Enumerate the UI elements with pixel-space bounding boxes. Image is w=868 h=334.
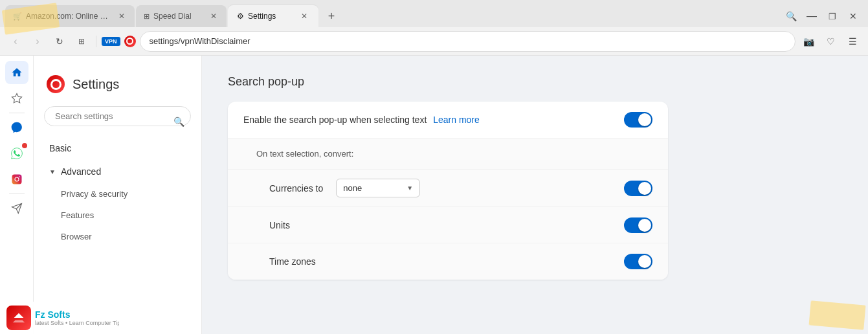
app-body: Settings 🔍 Basic ▼ Advanced Privacy & se… — [0, 56, 868, 334]
enable-search-label: Enable the search pop-up when selecting … — [243, 115, 616, 125]
menu-icon[interactable]: ☰ — [843, 32, 862, 50]
speed-dial-tab-close[interactable]: ✕ — [208, 11, 219, 21]
settings-row-currencies: Currencies to none ▼ — [228, 170, 668, 207]
opera-browser-icon — [124, 36, 136, 47]
settings-row-on-text-selection: On text selection, convert: — [228, 139, 668, 170]
tab-grid-btn[interactable]: ⊞ — [72, 32, 91, 50]
new-tab-button[interactable]: + — [322, 7, 340, 25]
learn-more-link[interactable]: Learn more — [433, 115, 480, 125]
sidebar-nav-browser[interactable]: Browser — [34, 226, 201, 247]
toggle-timezones[interactable] — [624, 254, 652, 269]
sidebar-divider-1 — [9, 113, 25, 113]
speed-dial-favicon: ⊞ — [144, 12, 150, 21]
sidebar-nav-privacy[interactable]: Privacy & security — [34, 183, 201, 205]
toggle-units[interactable] — [624, 217, 652, 233]
whatsapp-badge — [22, 143, 27, 148]
settings-row-enable-search: Enable the search pop-up when selecting … — [228, 102, 668, 139]
reload-btn[interactable]: ↻ — [50, 32, 69, 50]
settings-row-units: Units — [228, 207, 668, 243]
currencies-dropdown[interactable]: none ▼ — [336, 179, 420, 197]
sidebar-icon-whatsapp[interactable] — [5, 142, 28, 165]
tab-bar: 🛒 Amazon.com: Online Shop... ✕ ⊞ Speed D… — [0, 0, 868, 27]
settings-header: Settings — [34, 69, 201, 106]
window-minimize-btn[interactable]: — — [802, 6, 821, 26]
address-bar[interactable]: settings/vpnWithDisclaimer — [140, 31, 796, 52]
settings-row-timezones: Time zones — [228, 243, 668, 280]
settings-sidebar: Settings 🔍 Basic ▼ Advanced Privacy & se… — [34, 56, 202, 334]
camera-icon[interactable]: 📷 — [799, 32, 818, 50]
nav-bar: ‹ › ↻ ⊞ VPN settings/vpnWithDisclaimer 📷… — [0, 27, 868, 56]
vpn-badge[interactable]: VPN — [102, 37, 120, 46]
speed-dial-tab-label: Speed Dial — [153, 12, 205, 21]
sidebar-nav-features[interactable]: Features — [34, 205, 201, 226]
tape-bottom-right — [809, 300, 866, 329]
currencies-dropdown-value: none — [343, 183, 362, 193]
browser-chrome: 🛒 Amazon.com: Online Shop... ✕ ⊞ Speed D… — [0, 0, 868, 56]
sidebar-icon-send[interactable] — [5, 197, 28, 220]
watermark-sub: latest Softs • Learn Computer Tips — [35, 320, 119, 326]
opera-logo — [47, 75, 65, 93]
nav-divider — [96, 36, 96, 47]
sidebar-icon-home[interactable] — [5, 61, 28, 84]
sidebar-nav-basic[interactable]: Basic — [34, 137, 201, 160]
sidebar-divider-2 — [9, 194, 25, 194]
chevron-down-icon: ▼ — [49, 168, 56, 175]
timezones-label: Time zones — [269, 256, 616, 267]
sidebar-nav-advanced[interactable]: ▼ Advanced — [34, 160, 201, 183]
toggle-currencies[interactable] — [624, 181, 652, 196]
address-text: settings/vpnWithDisclaimer — [150, 36, 786, 46]
search-settings-wrap: 🔍 — [34, 106, 201, 137]
watermark-brand: Fz Softs — [35, 309, 119, 320]
settings-content: Search pop-up Enable the search pop-up w… — [202, 56, 868, 334]
settings-tab-label: Settings — [248, 12, 295, 21]
sidebar-icon-bookmarks[interactable] — [5, 87, 28, 110]
svg-point-2 — [19, 176, 20, 177]
settings-favicon: ⚙ — [237, 12, 244, 21]
watermark-text-wrap: Fz Softs latest Softs • Learn Computer T… — [35, 309, 119, 326]
toggle-enable-search[interactable] — [624, 112, 652, 128]
amazon-tab-close[interactable]: ✕ — [117, 11, 127, 21]
sidebar-icon-instagram[interactable] — [5, 168, 28, 191]
window-maximize-btn[interactable]: ❐ — [823, 6, 842, 26]
currencies-dropdown-arrow: ▼ — [406, 184, 413, 192]
watermark: Fz Softs latest Softs • Learn Computer T… — [0, 302, 126, 334]
window-search-btn[interactable]: 🔍 — [781, 6, 801, 26]
settings-card: Enable the search pop-up when selecting … — [228, 102, 668, 280]
units-label: Units — [269, 220, 616, 230]
forward-btn[interactable]: › — [28, 32, 47, 50]
watermark-logo — [6, 306, 31, 330]
search-settings-icon: 🔍 — [173, 117, 184, 127]
search-settings-input[interactable] — [44, 106, 191, 126]
currencies-label: Currencies to — [269, 183, 323, 194]
sidebar-icons-panel — [0, 56, 34, 334]
on-text-selection-label: On text selection, convert: — [256, 149, 652, 159]
tab-speed-dial[interactable]: ⊞ Speed Dial ✕ — [136, 5, 227, 27]
section-title: Search pop-up — [228, 75, 842, 89]
svg-rect-0 — [12, 175, 21, 184]
heart-icon[interactable]: ♡ — [821, 32, 840, 50]
window-close-btn[interactable]: ✕ — [843, 6, 863, 26]
settings-tab-close[interactable]: ✕ — [299, 11, 309, 21]
tab-settings[interactable]: ⚙ Settings ✕ — [228, 5, 318, 27]
settings-page-title: Settings — [72, 77, 119, 92]
sidebar-icon-messenger[interactable] — [5, 116, 28, 139]
back-btn[interactable]: ‹ — [6, 32, 25, 50]
